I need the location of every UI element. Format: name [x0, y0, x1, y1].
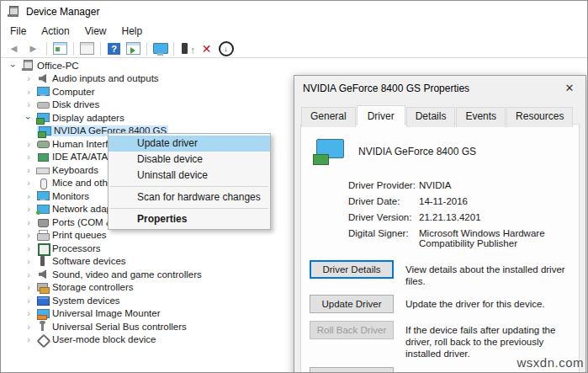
toolbar [1, 40, 587, 58]
chevron-right-icon[interactable] [22, 204, 35, 214]
console-tree-icon[interactable] [51, 40, 69, 56]
tab-driver[interactable]: Driver [357, 105, 405, 125]
tree-item-label: System devices [52, 296, 120, 306]
uninstall-icon[interactable] [198, 40, 215, 56]
toolbar-separator [173, 42, 174, 56]
tree-item-label: Office-PC [37, 61, 79, 71]
chevron-right-icon[interactable] [22, 230, 35, 240]
computer-icon[interactable] [151, 40, 169, 56]
chevron-right-icon[interactable] [22, 139, 35, 149]
device-name: NVIDIA GeForce 8400 GS [358, 146, 476, 157]
forward-icon[interactable] [24, 40, 42, 56]
usb-icon [36, 321, 49, 332]
tab-resources[interactable]: Resources [506, 107, 573, 127]
watermark: wsxdn.com [516, 355, 584, 370]
chevron-right-icon[interactable] [22, 334, 35, 344]
toolbar-separator [146, 42, 147, 56]
speaker-icon [36, 73, 49, 84]
chevron-right-icon[interactable] [22, 99, 35, 109]
context-menu: Update driverDisable deviceUninstall dev… [108, 133, 271, 230]
chevron-right-icon[interactable] [22, 217, 35, 227]
chevron-right-icon[interactable] [22, 178, 35, 188]
roll-back-driver-button: Roll Back Driver [310, 321, 394, 339]
tree-item-office-pc[interactable]: Office-PC [2, 59, 586, 72]
field-value: 14-11-2016 [419, 196, 468, 206]
driver-tab-page: NVIDIA GeForce 8400 GS Driver Provider:N… [300, 124, 580, 373]
display-adapter-icon [313, 138, 347, 165]
menu-help[interactable]: Help [114, 24, 151, 39]
tab-details[interactable]: Details [406, 107, 456, 127]
driver-details-button[interactable]: Driver Details [310, 260, 394, 279]
tree-item-label: Storage controllers [52, 282, 134, 292]
menu-separator [110, 186, 268, 187]
tree-item-label: Disk drives [52, 99, 99, 109]
field-label: Driver Provider: [348, 180, 419, 190]
tree-item-label: Sound, video and game controllers [52, 269, 202, 280]
update-driver-button[interactable]: Update Driver [310, 295, 394, 313]
tab-events[interactable]: Events [456, 107, 506, 127]
field-label: Digital Signer: [348, 228, 419, 248]
mouse-icon [36, 178, 49, 189]
chevron-right-icon[interactable] [22, 165, 35, 175]
tree-item-label: User-mode block device [52, 334, 156, 344]
display-icon [38, 125, 50, 136]
chevron-right-icon[interactable] [22, 282, 35, 292]
chevron-right-icon[interactable] [22, 191, 35, 201]
menu-bar: FileActionViewHelp [1, 22, 587, 40]
menu-view[interactable]: View [77, 24, 114, 39]
printer-icon [36, 230, 49, 241]
processor-icon [36, 242, 49, 253]
chevron-right-icon[interactable] [22, 296, 35, 306]
tab-general[interactable]: General [301, 107, 356, 127]
pc-icon [21, 60, 34, 71]
dialog-tabs: GeneralDriverDetailsEventsResources [294, 105, 585, 125]
chevron-right-icon[interactable] [22, 256, 35, 266]
field-value: 21.21.13.4201 [419, 212, 481, 222]
port-icon [36, 216, 49, 227]
tree-item-label: Processors [52, 243, 101, 253]
driver-field-driver-provider: Driver Provider:NVIDIA [348, 180, 570, 190]
properties-icon[interactable] [78, 40, 96, 56]
chevron-right-icon[interactable] [22, 87, 35, 97]
mounter-icon [36, 308, 49, 319]
disk-icon [36, 99, 49, 110]
driver-info-fields: Driver Provider:NVIDIADriver Date:14-11-… [348, 180, 570, 248]
tree-item-label: Universal Serial Bus controllers [52, 322, 187, 332]
chevron-right-icon[interactable] [22, 243, 35, 253]
context-menu-item-disable-device[interactable]: Disable device [109, 152, 270, 168]
monitor-icon [36, 190, 49, 201]
toolbar-separator [46, 42, 47, 56]
tree-item-label: Software devices [52, 256, 126, 266]
update-driver-icon[interactable] [178, 40, 196, 56]
chevron-right-icon[interactable] [22, 308, 35, 318]
chevron-down-icon[interactable] [7, 61, 20, 71]
field-label: Driver Version: [348, 212, 419, 222]
menu-action[interactable]: Action [34, 24, 77, 39]
speaker-icon [36, 269, 49, 280]
disable-device-button[interactable]: Disable Device [310, 367, 394, 373]
chevron-right-icon[interactable] [22, 152, 35, 162]
tree-item-label: Audio inputs and outputs [52, 73, 159, 83]
chevron-right-icon[interactable] [22, 322, 35, 332]
network-icon [36, 204, 49, 215]
device-manager-window: Device Manager FileActionViewHelp Office… [0, 0, 588, 373]
chevron-right-icon[interactable] [22, 73, 35, 83]
button-description: Update the driver for this device. [405, 298, 545, 310]
context-menu-item-update-driver[interactable]: Update driver [109, 136, 270, 152]
chevron-right-icon[interactable] [22, 269, 35, 280]
menu-file[interactable]: File [3, 24, 34, 39]
field-label: Driver Date: [348, 196, 419, 206]
tree-item-label: Computer [52, 87, 95, 97]
back-icon[interactable] [5, 40, 23, 56]
window-title: Device Manager [26, 6, 99, 18]
help-icon[interactable] [105, 40, 123, 56]
context-menu-item-uninstall-device[interactable]: Uninstall device [109, 168, 270, 184]
dialog-title-bar: NVIDIA GeForce 8400 GS Properties ✕ [294, 76, 585, 101]
driver-field-driver-version: Driver Version:21.21.13.4201 [348, 212, 570, 222]
context-menu-item-scan-for-hardware-changes[interactable]: Scan for hardware changes [109, 189, 270, 205]
context-menu-item-properties[interactable]: Properties [109, 211, 270, 227]
disable-icon[interactable] [217, 40, 235, 56]
chevron-down-icon[interactable] [22, 113, 35, 123]
action-pane-icon[interactable] [124, 40, 142, 56]
close-icon[interactable]: ✕ [554, 76, 585, 99]
